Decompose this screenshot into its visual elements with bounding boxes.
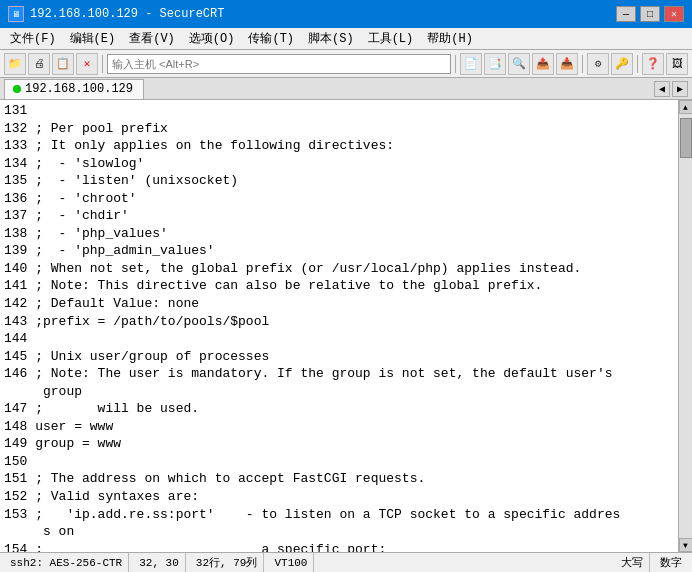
menu-options[interactable]: 选项(O)	[183, 28, 241, 49]
menu-transfer[interactable]: 传输(T)	[242, 28, 300, 49]
toolbar-separator-3	[582, 55, 583, 73]
scrollbar-down-button[interactable]: ▼	[679, 538, 693, 552]
title-bar-left: 🖥 192.168.100.129 - SecureCRT	[8, 6, 224, 22]
tab-prev-button[interactable]: ◀	[654, 81, 670, 97]
toolbar-btn-9[interactable]: 📥	[556, 53, 578, 75]
menu-help[interactable]: 帮助(H)	[421, 28, 479, 49]
toolbar-btn-3[interactable]: 📋	[52, 53, 74, 75]
window-title: 192.168.100.129 - SecureCRT	[30, 7, 224, 21]
toolbar-btn-8[interactable]: 📤	[532, 53, 554, 75]
ssh-cipher-status: ssh2: AES-256-CTR	[4, 553, 129, 572]
close-button[interactable]: ✕	[664, 6, 684, 22]
lines-cols-status: 32行, 79列	[190, 553, 265, 572]
toolbar-btn-13[interactable]: 🖼	[666, 53, 688, 75]
tab-navigation: ◀ ▶	[654, 81, 688, 97]
toolbar-btn-10[interactable]: ⚙	[587, 53, 609, 75]
tab-next-button[interactable]: ▶	[672, 81, 688, 97]
minimize-button[interactable]: —	[616, 6, 636, 22]
tab-label: 192.168.100.129	[25, 82, 133, 96]
host-input[interactable]	[107, 54, 451, 74]
status-bar: ssh2: AES-256-CTR 32, 30 32行, 79列 VT100 …	[0, 552, 692, 572]
caps-lock-status: 大写	[615, 553, 650, 572]
toolbar: 📁 🖨 📋 ✕ 📄 📑 🔍 📤 📥 ⚙ 🔑 ❓ 🖼	[0, 50, 692, 78]
terminal-output[interactable]: 131 132 ; Per pool prefix 133 ; It only …	[0, 100, 678, 552]
toolbar-btn-12[interactable]: ❓	[642, 53, 664, 75]
menu-bar: 文件(F) 编辑(E) 查看(V) 选项(O) 传输(T) 脚本(S) 工具(L…	[0, 28, 692, 50]
toolbar-btn-11[interactable]: 🔑	[611, 53, 633, 75]
terminal-type-status: VT100	[268, 553, 314, 572]
num-lock-status: 数字	[654, 553, 688, 572]
menu-file[interactable]: 文件(F)	[4, 28, 62, 49]
toolbar-btn-7[interactable]: 🔍	[508, 53, 530, 75]
title-bar-controls[interactable]: — □ ✕	[616, 6, 684, 22]
scrollbar-thumb[interactable]	[680, 118, 692, 158]
menu-view[interactable]: 查看(V)	[123, 28, 181, 49]
menu-tools[interactable]: 工具(L)	[362, 28, 420, 49]
title-bar: 🖥 192.168.100.129 - SecureCRT — □ ✕	[0, 0, 692, 28]
app-icon: 🖥	[8, 6, 24, 22]
session-tab[interactable]: 192.168.100.129	[4, 79, 144, 99]
menu-edit[interactable]: 编辑(E)	[64, 28, 122, 49]
terminal-container: 131 132 ; Per pool prefix 133 ; It only …	[0, 100, 692, 552]
toolbar-btn-2[interactable]: 🖨	[28, 53, 50, 75]
scrollbar[interactable]: ▲ ▼	[678, 100, 692, 552]
connection-status-dot	[13, 85, 21, 93]
maximize-button[interactable]: □	[640, 6, 660, 22]
scrollbar-up-button[interactable]: ▲	[679, 100, 693, 114]
toolbar-separator-1	[102, 55, 103, 73]
tab-bar: 192.168.100.129 ◀ ▶	[0, 78, 692, 100]
toolbar-btn-1[interactable]: 📁	[4, 53, 26, 75]
toolbar-btn-5[interactable]: 📄	[460, 53, 482, 75]
menu-script[interactable]: 脚本(S)	[302, 28, 360, 49]
toolbar-separator-2	[455, 55, 456, 73]
toolbar-btn-6[interactable]: 📑	[484, 53, 506, 75]
cursor-position-status: 32, 30	[133, 553, 186, 572]
toolbar-btn-4[interactable]: ✕	[76, 53, 98, 75]
toolbar-separator-4	[637, 55, 638, 73]
